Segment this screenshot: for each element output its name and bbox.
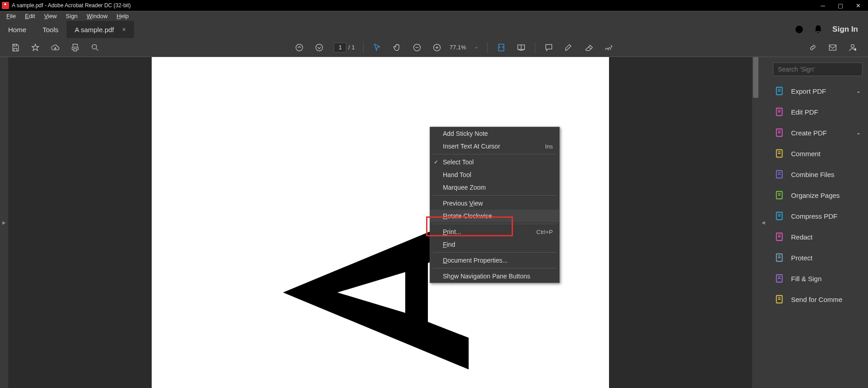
cm-hand-tool[interactable]: Hand Tool [430,168,559,181]
tool-label: Send for Comme [791,296,861,303]
email-icon[interactable] [827,42,838,53]
tool-item-compress-pdf[interactable]: Compress PDF [767,206,868,226]
page-down-icon[interactable] [314,42,325,53]
svg-point-1 [799,31,800,32]
page-indicator: / 1 [334,43,355,53]
tool-item-redact[interactable]: Redact [767,226,868,247]
tool-item-create-pdf[interactable]: Create PDF⌄ [767,122,868,143]
tab-home[interactable]: Home [0,21,34,38]
menu-window[interactable]: Window [82,12,112,20]
print-icon[interactable] [70,42,81,53]
cm-show-nav-pane[interactable]: Show Navigation Pane Buttons [430,270,559,283]
menu-file[interactable]: File [2,12,20,20]
svg-point-11 [854,48,856,50]
chevron-down-icon: ⌄ [856,88,861,94]
menubar: File Edit View Sign Window Help [0,11,868,21]
tool-icon [775,86,785,96]
tool-label: Protect [791,254,861,262]
svg-point-10 [851,44,854,48]
menu-edit[interactable]: Edit [20,12,39,20]
cm-document-properties[interactable]: Document Properties... [430,254,559,267]
search-icon[interactable] [90,42,101,53]
hand-tool-icon[interactable] [392,42,403,53]
maximize-icon[interactable]: ▢ [838,2,843,9]
right-panel-toggle[interactable]: ◀ [759,57,767,388]
tool-icon [775,253,785,263]
bell-icon[interactable] [813,24,823,34]
tool-item-combine-files[interactable]: Combine Files [767,164,868,185]
zoom-out-icon[interactable] [412,42,422,53]
tool-label: Organize Pages [791,192,861,199]
menu-help[interactable]: Help [112,12,134,20]
sign-icon[interactable] [603,42,614,53]
tool-item-protect[interactable]: Protect [767,247,868,268]
tool-icon [775,107,785,117]
cm-find[interactable]: Find [430,238,559,251]
tool-icon [775,148,785,158]
context-menu: Add Sticky Note Insert Text At CursorIns… [430,127,560,283]
cm-marquee-zoom[interactable]: Marquee Zoom [430,181,559,194]
search-input[interactable] [773,62,863,76]
tool-icon [775,294,785,304]
menu-view[interactable]: View [39,12,61,20]
read-mode-icon[interactable] [516,42,527,53]
tool-label: Create PDF [791,129,850,137]
tool-icon [775,232,785,242]
tool-label: Combine Files [791,171,861,178]
left-panel-toggle[interactable]: ▶ [0,57,8,388]
cm-previous-view[interactable]: Previous View [430,197,559,210]
document-area[interactable] [8,57,752,388]
tab-tools[interactable]: Tools [34,21,67,38]
svg-rect-9 [830,45,836,50]
close-icon[interactable]: ✕ [856,2,861,9]
cm-add-sticky-note[interactable]: Add Sticky Note [430,127,559,140]
cm-rotate-clockwise[interactable]: Rotate Clockwise [430,210,559,222]
help-icon[interactable] [794,24,804,34]
arrow-tool-icon[interactable] [372,42,383,53]
tool-label: Fill & Sign [791,275,861,283]
zoom-level: 77.1% [450,44,466,51]
link-icon[interactable] [807,42,818,53]
titlebar: A sample.pdf - Adobe Acrobat Reader DC (… [0,0,868,11]
tools-panel: Export PDF⌄Edit PDFCreate PDF⌄CommentCom… [767,57,868,388]
minimize-icon[interactable]: ─ [821,2,825,9]
tool-item-organize-pages[interactable]: Organize Pages [767,185,868,206]
tool-icon [775,169,785,179]
tool-icon [775,128,785,138]
tool-item-comment[interactable]: Comment [767,143,868,164]
fit-page-icon[interactable] [496,42,507,53]
menu-sign[interactable]: Sign [61,12,82,20]
zoom-dropdown-icon[interactable] [474,42,479,53]
highlight-icon[interactable] [563,42,574,53]
tab-document[interactable]: A sample.pdf × [67,21,134,38]
eraser-icon[interactable] [583,42,594,53]
zoom-in-icon[interactable] [432,42,442,53]
page-current-input[interactable] [334,43,346,53]
tool-icon [775,190,785,200]
tool-label: Export PDF [791,87,850,95]
tool-label: Comment [791,150,861,158]
cm-select-tool[interactable]: ✓Select Tool [430,156,559,168]
cm-insert-text[interactable]: Insert Text At CursorIns [430,140,559,153]
scrollbar-thumb[interactable] [753,57,758,98]
signin-button[interactable]: Sign In [832,25,858,34]
tabbar: Home Tools A sample.pdf × Sign In [0,21,868,38]
tool-item-send-for-comme[interactable]: Send for Comme [767,289,868,310]
svg-point-3 [296,44,303,51]
tool-label: Redact [791,233,861,241]
chevron-down-icon: ⌄ [856,129,861,136]
share-icon[interactable] [847,42,858,53]
tool-icon [775,211,785,221]
star-icon[interactable] [30,42,41,53]
vertical-scrollbar[interactable]: ▲ [752,57,759,388]
cloud-upload-icon[interactable] [50,42,61,53]
save-icon[interactable] [10,42,21,53]
tool-item-edit-pdf[interactable]: Edit PDF [767,101,868,122]
cm-print[interactable]: Print...Ctrl+P [430,225,559,238]
tab-close-icon[interactable]: × [122,26,126,33]
comment-icon[interactable] [543,42,554,53]
app-icon [2,2,9,9]
tool-item-export-pdf[interactable]: Export PDF⌄ [767,81,868,101]
page-up-icon[interactable] [294,42,305,53]
tool-item-fill-&-sign[interactable]: Fill & Sign [767,268,868,289]
